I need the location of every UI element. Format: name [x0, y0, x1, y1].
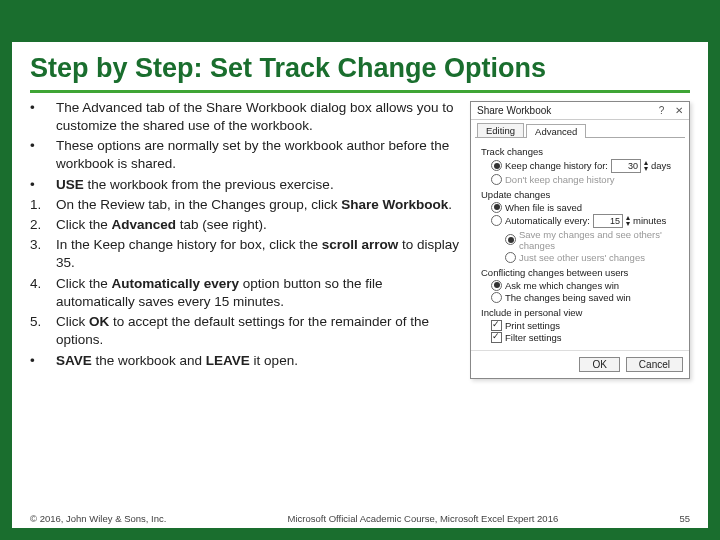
label-saved-win: The changes being saved win — [505, 292, 631, 303]
row-print-settings: Print settings — [491, 320, 679, 331]
list-text: In the Keep change history for box, clic… — [56, 236, 460, 272]
label-print-settings: Print settings — [505, 320, 560, 331]
check-filter-settings[interactable] — [491, 332, 502, 343]
list-marker: 2. — [30, 216, 56, 234]
dialog-title-text: Share Workbook — [477, 105, 551, 116]
close-icon[interactable]: ✕ — [675, 105, 683, 116]
list-text: SAVE the workbook and LEAVE it open. — [56, 352, 298, 370]
list-text: Click OK to accept the default settings … — [56, 313, 460, 349]
list-item: 1.On the Review tab, in the Changes grou… — [30, 196, 460, 214]
group-track-changes: Track changes — [481, 146, 679, 157]
row-save-mine: Save my changes and see others' changes — [505, 229, 679, 251]
list-marker: • — [30, 352, 56, 370]
label-days: days — [651, 160, 671, 171]
radio-when-saved[interactable] — [491, 202, 502, 213]
row-saved-win: The changes being saved win — [491, 292, 679, 303]
label-when-saved: When file is saved — [505, 202, 582, 213]
cancel-button[interactable]: Cancel — [626, 357, 683, 372]
radio-keep-history[interactable] — [491, 160, 502, 171]
bullet-list: •The Advanced tab of the Share Workbook … — [30, 99, 460, 370]
list-text: The Advanced tab of the Share Workbook d… — [56, 99, 460, 135]
ok-button[interactable]: OK — [579, 357, 619, 372]
row-dont-keep: Don't keep change history — [491, 174, 679, 185]
dialog-buttons: OK Cancel — [471, 350, 689, 378]
row-when-saved: When file is saved — [491, 202, 679, 213]
list-item: 3.In the Keep change history for box, cl… — [30, 236, 460, 272]
label-minutes: minutes — [633, 215, 666, 226]
list-marker: 5. — [30, 313, 56, 349]
row-just-see: Just see other users' changes — [505, 252, 679, 263]
footer-center: Microsoft Official Academic Course, Micr… — [166, 513, 679, 524]
slide-footer: © 2016, John Wiley & Sons, Inc. Microsof… — [30, 513, 690, 524]
list-marker: 4. — [30, 275, 56, 311]
list-item: •SAVE the workbook and LEAVE it open. — [30, 352, 460, 370]
row-filter-settings: Filter settings — [491, 332, 679, 343]
list-item: 2.Click the Advanced tab (see right). — [30, 216, 460, 234]
list-item: 4.Click the Automatically every option b… — [30, 275, 460, 311]
slide-frame: Step by Step: Set Track Change Options •… — [0, 0, 720, 540]
radio-ask-me[interactable] — [491, 280, 502, 291]
input-auto-minutes[interactable]: 15 — [593, 214, 623, 228]
help-icon[interactable]: ? — [659, 105, 665, 116]
share-workbook-dialog: Share Workbook ? ✕ Editing Advanced Trac… — [470, 101, 690, 379]
group-conflict: Conflicting changes between users — [481, 267, 679, 278]
row-auto-every: Automatically every: 15 ▴▾ minutes — [491, 214, 679, 228]
list-item: 5.Click OK to accept the default setting… — [30, 313, 460, 349]
list-item: •The Advanced tab of the Share Workbook … — [30, 99, 460, 135]
list-marker: • — [30, 176, 56, 194]
list-marker: 1. — [30, 196, 56, 214]
label-dont-keep: Don't keep change history — [505, 174, 615, 185]
row-ask-me: Ask me which changes win — [491, 280, 679, 291]
group-personal-view: Include in personal view — [481, 307, 679, 318]
check-print-settings[interactable] — [491, 320, 502, 331]
tab-body: Track changes Keep change history for: 3… — [475, 137, 685, 350]
list-text: These options are normally set by the wo… — [56, 137, 460, 173]
footer-left: © 2016, John Wiley & Sons, Inc. — [30, 513, 166, 524]
radio-auto-every[interactable] — [491, 215, 502, 226]
spinner-icon[interactable]: ▴▾ — [644, 160, 648, 172]
text-column: •The Advanced tab of the Share Workbook … — [30, 99, 460, 379]
radio-just-see[interactable] — [505, 252, 516, 263]
page-number: 55 — [679, 513, 690, 524]
list-marker: • — [30, 137, 56, 173]
radio-dont-keep[interactable] — [491, 174, 502, 185]
list-text: USE the workbook from the previous exerc… — [56, 176, 334, 194]
label-auto-every: Automatically every: — [505, 215, 590, 226]
label-ask-me: Ask me which changes win — [505, 280, 619, 291]
spinner-icon[interactable]: ▴▾ — [626, 215, 630, 227]
list-marker: • — [30, 99, 56, 135]
dialog-title-controls: ? ✕ — [651, 105, 683, 116]
content-row: •The Advanced tab of the Share Workbook … — [30, 99, 690, 379]
list-marker: 3. — [30, 236, 56, 272]
group-update-changes: Update changes — [481, 189, 679, 200]
list-item: •These options are normally set by the w… — [30, 137, 460, 173]
tab-advanced[interactable]: Advanced — [526, 124, 586, 138]
label-keep-history: Keep change history for: — [505, 160, 608, 171]
tab-editing[interactable]: Editing — [477, 123, 524, 137]
list-item: •USE the workbook from the previous exer… — [30, 176, 460, 194]
dialog-tabs: Editing Advanced — [471, 120, 689, 137]
input-history-days[interactable]: 30 — [611, 159, 641, 173]
radio-saved-win[interactable] — [491, 292, 502, 303]
label-just-see: Just see other users' changes — [519, 252, 645, 263]
list-text: Click the Advanced tab (see right). — [56, 216, 267, 234]
dialog-titlebar: Share Workbook ? ✕ — [471, 102, 689, 120]
list-text: On the Review tab, in the Changes group,… — [56, 196, 452, 214]
page-title: Step by Step: Set Track Change Options — [30, 54, 690, 93]
row-keep-history: Keep change history for: 30 ▴▾ days — [491, 159, 679, 173]
list-text: Click the Automatically every option but… — [56, 275, 460, 311]
label-filter-settings: Filter settings — [505, 332, 562, 343]
radio-save-mine[interactable] — [505, 234, 516, 245]
label-save-mine: Save my changes and see others' changes — [519, 229, 679, 251]
